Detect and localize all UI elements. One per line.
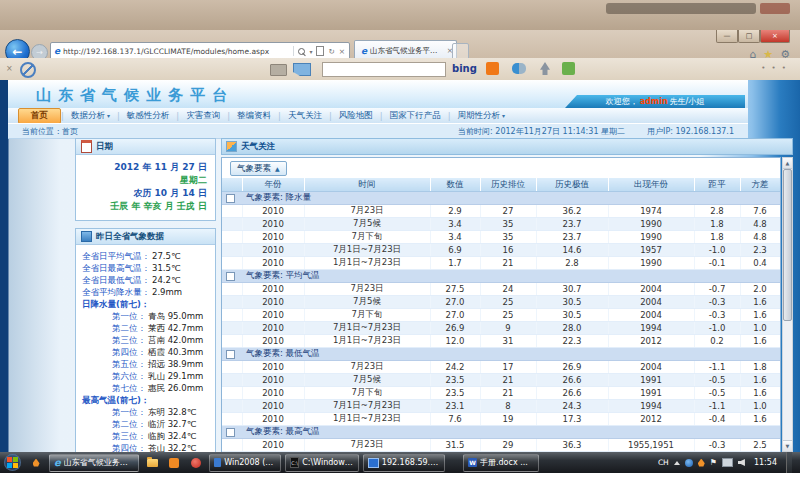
element-filter-button[interactable]: 气象要素 ▲ <box>230 161 287 176</box>
taskbar-task-vm[interactable]: Win2008 (VS2... <box>209 454 281 472</box>
group-header-row: 气象要素: 降水量 <box>222 192 780 205</box>
table-cell: 4.8 <box>740 231 780 244</box>
nav-item-1[interactable]: 数据分析▾ <box>64 110 117 122</box>
tray-app-icon[interactable] <box>685 459 693 467</box>
table-cell: 17 <box>480 361 536 374</box>
pinned-orange-app-icon[interactable] <box>164 454 184 471</box>
language-indicator[interactable]: CH <box>658 458 669 467</box>
pinned-media-icon[interactable] <box>26 454 46 471</box>
table-cell: 7月5候 <box>304 374 430 387</box>
table-cell: -0.3 <box>694 309 740 322</box>
nav-item-3[interactable]: 灾害查询 <box>179 110 227 122</box>
action-center-flag-icon[interactable]: ⚑ <box>710 458 717 467</box>
minimize-button[interactable]: — <box>716 30 738 43</box>
stop-icon[interactable]: × <box>339 47 345 56</box>
browser-tab[interactable]: e 山东省气候业务平... × <box>354 40 457 60</box>
tray-download-icon[interactable] <box>698 459 705 467</box>
close-addon-bar-icon[interactable]: × <box>6 64 13 73</box>
network-icon[interactable] <box>722 458 733 467</box>
blocked-icon[interactable] <box>20 62 36 78</box>
close-button[interactable]: × <box>760 30 790 43</box>
scrollbar-up-button[interactable]: ▲ <box>783 158 792 169</box>
addon-icon-share[interactable] <box>540 62 550 75</box>
refresh-icon[interactable]: ↻ <box>328 47 334 56</box>
table-cell: 2010 <box>242 231 304 244</box>
vertical-scrollbar[interactable]: ▲ ▼ <box>782 157 793 452</box>
addon-icon-orange[interactable] <box>486 62 499 75</box>
table-cell: 2010 <box>242 205 304 218</box>
table-cell: 1991 <box>608 374 694 387</box>
nav-item-7[interactable]: 国家下行产品 <box>383 110 448 122</box>
weather-icon <box>226 141 237 152</box>
table-cell: 2010 <box>242 413 304 426</box>
group-checkbox[interactable] <box>226 428 235 437</box>
calendar-lunar-date: 农历 10 月 14 日 <box>80 187 207 200</box>
browser-chrome: — □ × ← → e http://192.168.137.1/GLCCLIM… <box>0 30 800 81</box>
table-cell: 17.3 <box>536 413 608 426</box>
toolbar-search-field[interactable] <box>322 62 446 77</box>
url-text[interactable]: http://192.168.137.1/GLCCLIMATE/modules/… <box>63 47 293 56</box>
card-reader-icon[interactable] <box>270 64 287 76</box>
nav-item-4[interactable]: 整编资料 <box>230 110 278 122</box>
desktop-background <box>0 0 800 30</box>
status-right: 当前时间: 2012年11月27日 11:14:31 星期二 用户IP: 192… <box>458 126 748 137</box>
show-desktop-button[interactable] <box>786 452 792 473</box>
group-checkbox[interactable] <box>226 350 235 359</box>
more-options-dots[interactable]: • • • <box>761 64 788 72</box>
stat-value: 27.5℃ <box>152 250 180 262</box>
pinned-red-app-icon[interactable] <box>186 454 206 471</box>
addon-icon-puzzle[interactable] <box>562 62 575 75</box>
explorer-folder-icon[interactable] <box>142 454 162 471</box>
table-cell: 7月下旬 <box>304 387 430 400</box>
show-hidden-icons[interactable] <box>674 461 680 465</box>
volume-icon[interactable] <box>738 459 745 466</box>
table-cell: 2010 <box>242 374 304 387</box>
table-cell: 1.8 <box>740 361 780 374</box>
group-checkbox[interactable] <box>226 194 235 203</box>
table-cell: 36.3 <box>536 439 608 452</box>
scrollbar-thumb[interactable] <box>783 169 792 321</box>
weather-focus-title: 天气关注 <box>241 141 275 153</box>
task-label: 手册.docx ... <box>480 457 528 468</box>
task-label: Win2008 (VS2... <box>224 458 276 467</box>
nav-item-5[interactable]: 天气关注 <box>281 110 329 122</box>
weather-stats: 全省日平均气温：27.5℃全省日最高气温：31.5℃全省日最低气温：24.2℃全… <box>78 250 213 298</box>
table-cell: 1990 <box>608 257 694 270</box>
start-button[interactable] <box>4 454 21 471</box>
table-cell: 1.6 <box>740 335 780 348</box>
table-cell: 2010 <box>242 257 304 270</box>
table-cell: 24.2 <box>430 361 480 374</box>
taskbar-task-browser[interactable]: e 山东省气候业务平... <box>49 454 139 472</box>
nav-item-6[interactable]: 风险地图 <box>332 110 380 122</box>
nav-item-8[interactable]: 周期性分析▾ <box>451 110 513 122</box>
table-cell: 2004 <box>608 361 694 374</box>
checkbox-col-cell <box>222 400 242 413</box>
taskbar-task-cmd[interactable]: C:\ C:\Windows\sy... <box>285 454 359 472</box>
table-cell: 30.7 <box>536 283 608 296</box>
table-cell: 1.8 <box>694 231 740 244</box>
bing-logo[interactable]: bing <box>452 63 477 74</box>
search-icon[interactable] <box>298 48 305 55</box>
table-cell: 2010 <box>242 335 304 348</box>
clock[interactable]: 11:54 <box>754 458 777 467</box>
maximize-button[interactable]: □ <box>738 30 760 43</box>
scrollbar-down-button[interactable]: ▼ <box>783 440 792 451</box>
table-cell: 1991 <box>608 387 694 400</box>
checkbox-col-cell <box>222 218 242 231</box>
table-cell: 0.4 <box>740 257 780 270</box>
table-cell: 1月1日~7月23日 <box>304 335 430 348</box>
mail-icon[interactable] <box>293 63 311 76</box>
table-cell: 3.4 <box>430 231 480 244</box>
table-row: 20107月5候23.52126.61991-0.51.6 <box>222 374 780 387</box>
taskbar-task-word[interactable]: W 手册.docx ... <box>463 454 539 472</box>
group-checkbox[interactable] <box>226 272 235 281</box>
task-label: C:\Windows\sy... <box>302 458 354 467</box>
chevron-down-icon[interactable]: ▾ <box>309 48 312 55</box>
nav-item-0[interactable]: 首页 <box>18 108 61 124</box>
nav-item-2[interactable]: 敏感性分析 <box>120 110 177 122</box>
rank-row: 第七位：惠民 26.0mm <box>112 382 213 394</box>
tab-favicon: e <box>361 46 367 56</box>
taskbar-task-rdp[interactable]: 192.168.59.99... <box>363 454 445 472</box>
addon-icon-translate[interactable] <box>512 63 526 74</box>
compatibility-icon[interactable] <box>316 46 324 56</box>
